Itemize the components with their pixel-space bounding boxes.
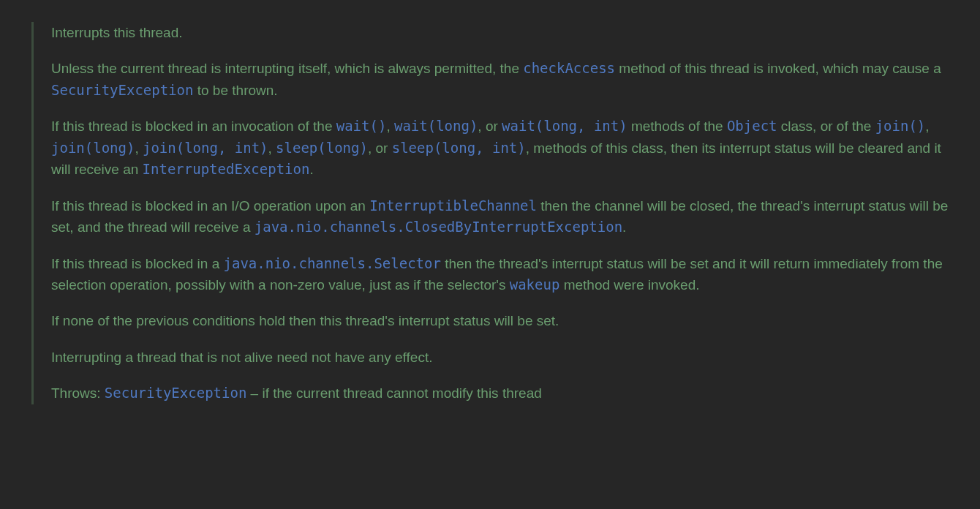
- link-wait[interactable]: wait(): [336, 118, 387, 134]
- doc-text: methods of the: [627, 118, 727, 134]
- link-join-long[interactable]: join(long): [51, 140, 135, 156]
- link-Object[interactable]: Object: [727, 118, 777, 134]
- link-SecurityException[interactable]: SecurityException: [51, 82, 193, 98]
- doc-text: class, or of the: [777, 118, 875, 134]
- doc-paragraph: If none of the previous conditions hold …: [51, 310, 958, 331]
- doc-text: If this thread is blocked in a: [51, 256, 224, 271]
- doc-text: Unless the current thread is interruptin…: [51, 61, 523, 76]
- doc-paragraph: Unless the current thread is interruptin…: [51, 58, 958, 101]
- doc-paragraph: If this thread is blocked in an invocati…: [51, 116, 958, 180]
- doc-text: If this thread is blocked in an I/O oper…: [51, 198, 369, 214]
- doc-text: ,: [135, 140, 143, 156]
- link-join[interactable]: join(): [875, 118, 926, 134]
- doc-text: ,: [268, 140, 276, 156]
- doc-text: method of this thread is invoked, which …: [615, 61, 941, 76]
- doc-text: .: [622, 219, 626, 235]
- doc-paragraph: Interrupts this thread.: [51, 22, 958, 43]
- doc-text: Throws:: [51, 385, 105, 401]
- link-sleep-long[interactable]: sleep(long): [276, 140, 368, 156]
- doc-text: to be thrown.: [193, 83, 277, 98]
- link-wait-long[interactable]: wait(long): [394, 118, 478, 134]
- link-throws-SecurityException[interactable]: SecurityException: [105, 385, 246, 401]
- doc-text: , or: [478, 118, 502, 134]
- doc-text: .: [309, 162, 313, 177]
- doc-paragraph: Throws: SecurityException – if the curre…: [51, 382, 958, 404]
- doc-paragraph: If this thread is blocked in an I/O oper…: [51, 195, 958, 238]
- documentation-block: Interrupts this thread. Unless the curre…: [31, 22, 980, 404]
- link-wait-long-int[interactable]: wait(long, int): [502, 118, 627, 134]
- link-Selector[interactable]: java.nio.channels.Selector: [224, 255, 441, 271]
- doc-paragraph: Interrupting a thread that is not alive …: [51, 347, 958, 368]
- link-ClosedByInterruptException[interactable]: java.nio.channels.ClosedByInterruptExcep…: [255, 219, 622, 235]
- doc-text: If none of the previous conditions hold …: [51, 313, 559, 328]
- doc-paragraph: If this thread is blocked in a java.nio.…: [51, 253, 958, 296]
- doc-text: – if the current thread cannot modify th…: [246, 385, 541, 401]
- link-sleep-long-int[interactable]: sleep(long, int): [392, 140, 526, 156]
- link-join-long-int[interactable]: join(long, int): [143, 140, 268, 156]
- doc-text: If this thread is blocked in an invocati…: [51, 118, 336, 134]
- doc-text: Interrupting a thread that is not alive …: [51, 350, 432, 365]
- doc-text: ,: [386, 118, 394, 134]
- link-checkAccess[interactable]: checkAccess: [523, 60, 615, 76]
- link-wakeup[interactable]: wakeup: [510, 276, 560, 293]
- link-InterruptedException[interactable]: InterruptedException: [143, 161, 310, 177]
- link-InterruptibleChannel[interactable]: InterruptibleChannel: [369, 197, 537, 214]
- doc-text: method were invoked.: [559, 277, 699, 293]
- doc-text: , or: [368, 140, 392, 156]
- doc-text: ,: [925, 118, 929, 134]
- doc-text: Interrupts this thread.: [51, 25, 183, 40]
